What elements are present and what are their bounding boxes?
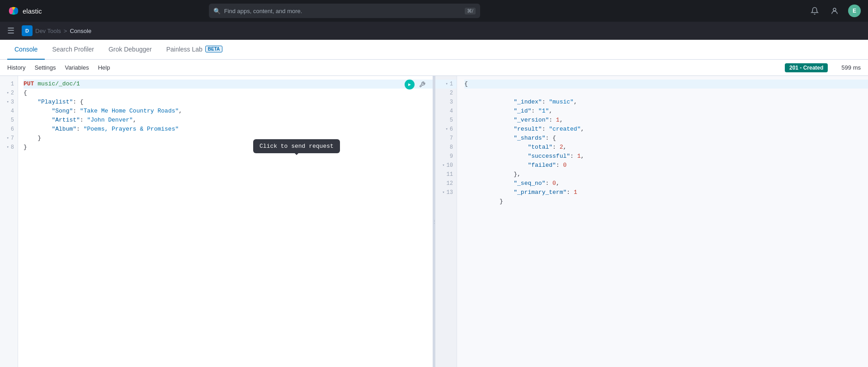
beta-badge: BETA: [205, 46, 222, 52]
elastic-logo-icon: [7, 5, 20, 17]
resp-line-11: "_seq_no": 0,: [464, 170, 868, 179]
tab-bar: Console Search Profiler Grok Debugger Pa…: [0, 40, 868, 60]
help-button[interactable]: Help: [98, 64, 110, 71]
send-request-tooltip: Click to send request: [253, 139, 340, 153]
resp-line-num-9: 9: [435, 152, 457, 161]
editor-line-3: "Playlist": {: [24, 98, 433, 107]
line-num-7: ▾7: [0, 134, 18, 143]
main-content: 1 ▾2 ▾3 4 5 6 ▾7 ▾8 Click to send reques…: [0, 76, 868, 367]
line-num-8: ▾8: [0, 143, 18, 152]
status-badge: 201 - Created: [785, 63, 828, 72]
search-icon: 🔍: [213, 8, 221, 14]
resp-line-num-13: ▾13: [435, 188, 457, 197]
editor-line-6: "Album": "Poems, Prayers & Promises": [24, 125, 433, 134]
resp-line-num-7: 7: [435, 134, 457, 143]
elastic-logo[interactable]: elastic: [7, 5, 42, 17]
svg-point-4: [833, 8, 836, 11]
line-actions: ▶: [405, 80, 427, 89]
breadcrumb-parent[interactable]: Dev Tools: [35, 28, 61, 34]
editor-line-7: }: [24, 134, 433, 143]
editor-content: 1 ▾2 ▾3 4 5 6 ▾7 ▾8 Click to send reques…: [0, 76, 433, 367]
line-num-4: 4: [0, 107, 18, 116]
editor-line-5: "Artist": "John Denver",: [24, 116, 433, 125]
resp-line-num-10: ▾10: [435, 161, 457, 170]
resp-line-num-5: 5: [435, 116, 457, 125]
settings-button[interactable]: Settings: [34, 64, 56, 71]
breadcrumb-current: Console: [70, 28, 91, 34]
svg-point-3: [14, 8, 18, 14]
search-placeholder: Find apps, content, and more.: [224, 8, 302, 14]
resp-line-num-8: 8: [435, 143, 457, 152]
response-line-numbers: ▾1 2 3 4 5 ▾6 7 8 9 ▾10 11 12 ▾13: [435, 76, 457, 367]
user-menu-icon[interactable]: [828, 5, 841, 17]
resp-line-2: "_index": "music",: [464, 89, 868, 98]
top-navigation: elastic 🔍 Find apps, content, and more. …: [0, 0, 868, 22]
resp-line-num-6: ▾6: [435, 125, 457, 134]
line-num-2: ▾2: [0, 89, 18, 98]
resp-line-num-2: 2: [435, 89, 457, 98]
tab-painless-lab[interactable]: Painless Lab BETA: [159, 40, 230, 60]
search-shortcut: ⌘/: [465, 8, 476, 14]
line-num-3: ▾3: [0, 98, 18, 107]
tab-search-profiler[interactable]: Search Profiler: [45, 40, 101, 60]
hamburger-button[interactable]: ☰: [7, 26, 14, 36]
breadcrumb-separator: >: [64, 28, 67, 34]
tab-grok-debugger[interactable]: Grok Debugger: [101, 40, 159, 60]
resp-line-num-11: 11: [435, 170, 457, 179]
topnav-right-actions: E: [808, 5, 861, 17]
response-pane: ▾1 2 3 4 5 ▾6 7 8 9 ▾10 11 12 ▾13 { "_in…: [435, 76, 868, 367]
dev-tools-badge: D: [22, 25, 33, 36]
code-area[interactable]: Click to send request ▶ PUT music/_doc/1…: [18, 76, 433, 367]
global-search[interactable]: 🔍 Find apps, content, and more. ⌘/: [209, 4, 480, 18]
response-content: ▾1 2 3 4 5 ▾6 7 8 9 ▾10 11 12 ▾13 { "_in…: [435, 76, 868, 367]
resp-line-num-3: 3: [435, 98, 457, 107]
response-time: 599 ms: [841, 64, 861, 71]
line-num-5: 5: [0, 116, 18, 125]
editor-line-2: {: [24, 89, 433, 98]
resp-line-num-12: 12: [435, 179, 457, 188]
line-num-1: 1: [0, 80, 18, 89]
svg-point-2: [9, 8, 13, 14]
response-code-area: { "_index": "music", "_id": "1", "_versi…: [457, 76, 868, 367]
line-num-6: 6: [0, 125, 18, 134]
toolbar: History Settings Variables Help 201 - Cr…: [0, 60, 868, 76]
variables-button[interactable]: Variables: [65, 64, 89, 71]
editor-pane[interactable]: 1 ▾2 ▾3 4 5 6 ▾7 ▾8 Click to send reques…: [0, 76, 433, 367]
resp-line-1: {: [464, 80, 868, 89]
history-button[interactable]: History: [7, 64, 25, 71]
brand-name: elastic: [23, 7, 42, 15]
tooltip-container: Click to send request: [253, 139, 340, 153]
avatar[interactable]: E: [848, 5, 861, 17]
run-request-button[interactable]: ▶: [405, 80, 415, 89]
notifications-icon[interactable]: [808, 5, 821, 17]
line-numbers: 1 ▾2 ▾3 4 5 6 ▾7 ▾8: [0, 76, 18, 367]
editor-line-1: PUT music/_doc/1: [24, 80, 433, 89]
wrench-button[interactable]: [417, 80, 427, 89]
tab-console[interactable]: Console: [7, 40, 45, 60]
secondary-navigation: ☰ D Dev Tools > Console: [0, 22, 868, 40]
editor-line-4: "Song": "Take Me Home Country Roads",: [24, 107, 433, 116]
editor-line-8: }: [24, 143, 433, 152]
resp-line-num-4: 4: [435, 107, 457, 116]
resp-line-num-1: ▾1: [435, 80, 457, 89]
breadcrumb: D Dev Tools > Console: [22, 25, 91, 36]
